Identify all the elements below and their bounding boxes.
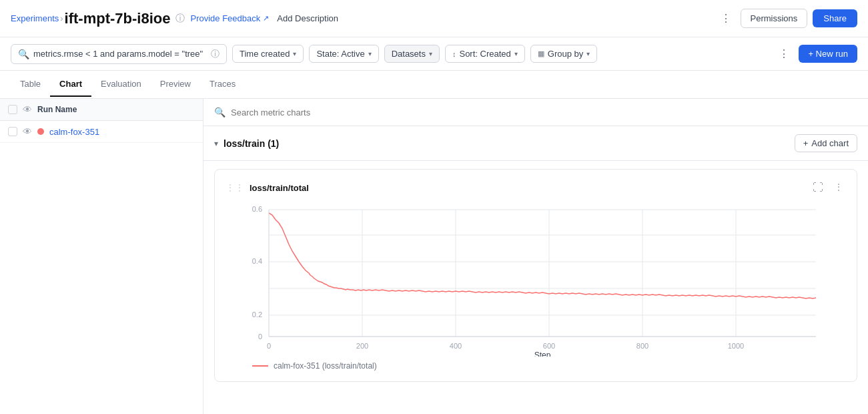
time-created-filter[interactable]: Time created ▾ [232, 45, 304, 63]
svg-text:0.4: 0.4 [252, 257, 262, 265]
info-icon[interactable]: ⓘ [175, 13, 185, 25]
chart-legend: calm-fox-351 (loss/train/total) [226, 361, 846, 371]
drag-handle-icon[interactable]: ⋮⋮ [226, 182, 244, 193]
chart-card-header: ⋮⋮ loss/train/total ⛶ ⋮ [226, 180, 846, 195]
add-chart-button[interactable]: + Add chart [795, 134, 857, 152]
collapse-icon[interactable]: ▾ [214, 139, 218, 148]
breadcrumb-separator: › [60, 13, 63, 23]
run-name-link[interactable]: calm-fox-351 [49, 127, 99, 137]
sort-icon: ↕ [452, 50, 456, 58]
chevron-down-icon: ▾ [429, 50, 432, 57]
section-title: loss/train (1) [224, 138, 279, 149]
share-button[interactable]: Share [813, 9, 857, 27]
chart-search-box[interactable]: 🔍 [203, 99, 868, 126]
row-checkbox[interactable] [8, 127, 17, 136]
tab-chart[interactable]: Chart [50, 72, 91, 97]
chart-section-header: ▾ loss/train (1) + Add chart [203, 126, 868, 161]
legend-line [252, 365, 268, 367]
main-layout: 👁 Run Name 👁 calm-fox-351 🔍 ▾ loss/train… [0, 99, 868, 414]
chart-svg-container: 0.6 0.4 0.2 0 0 200 400 600 800 1000 [226, 203, 846, 371]
header-actions: ⋮ Permissions Share [717, 9, 858, 28]
sort-label: Sort: Created [459, 49, 510, 59]
legend-label: calm-fox-351 (loss/train/total) [274, 361, 377, 371]
toolbar-more-icon[interactable]: ⋮ [775, 45, 793, 63]
project-title: ift-mpt-7b-i8ioe [65, 10, 171, 27]
chart-card: ⋮⋮ loss/train/total ⛶ ⋮ [214, 169, 857, 382]
expand-icon[interactable]: ⛶ [810, 180, 826, 195]
provide-feedback-label: Provide Feedback [190, 13, 260, 23]
datasets-label: Datasets [392, 49, 426, 59]
tabs-bar: Table Chart Evaluation Preview Traces [0, 71, 868, 99]
right-panel: 🔍 ▾ loss/train (1) + Add chart ⋮⋮ loss/t… [203, 99, 868, 414]
chart-search-input[interactable] [231, 108, 857, 118]
top-header: Experiments › ift-mpt-7b-i8ioe ⓘ Provide… [0, 0, 868, 37]
svg-text:600: 600 [543, 342, 555, 350]
add-description-button[interactable]: Add Description [277, 13, 338, 23]
run-table-header: 👁 Run Name [0, 99, 203, 121]
tab-evaluation[interactable]: Evaluation [91, 72, 151, 97]
group-icon: ▦ [538, 49, 544, 58]
svg-text:0.2: 0.2 [252, 310, 262, 319]
left-panel: 👁 Run Name 👁 calm-fox-351 [0, 99, 203, 414]
chevron-down-icon: ▾ [293, 50, 296, 57]
toolbar-right: ⋮ + New run [775, 45, 857, 63]
breadcrumb-link[interactable]: Experiments [11, 13, 59, 23]
header-more-icon[interactable]: ⋮ [717, 9, 735, 27]
svg-text:0.6: 0.6 [252, 205, 262, 213]
state-label: State: Active [316, 49, 364, 59]
time-created-label: Time created [240, 49, 290, 59]
chevron-down-icon: ▾ [586, 50, 590, 57]
chart-more-icon[interactable]: ⋮ [831, 180, 846, 195]
search-info-icon[interactable]: ⓘ [211, 48, 220, 60]
run-status-dot [37, 128, 44, 135]
chevron-down-icon: ▾ [368, 50, 372, 57]
run-name-column-header: Run Name [37, 105, 77, 114]
external-link-icon: ↗ [263, 14, 269, 23]
tab-table[interactable]: Table [11, 72, 50, 97]
chevron-down-icon: ▾ [514, 50, 518, 57]
group-by-label: Group by [548, 49, 583, 59]
svg-text:800: 800 [636, 342, 648, 350]
datasets-filter[interactable]: Datasets ▾ [384, 45, 440, 63]
sort-filter[interactable]: ↕ Sort: Created ▾ [445, 45, 525, 63]
table-row[interactable]: 👁 calm-fox-351 [0, 121, 203, 143]
row-eye-icon[interactable]: 👁 [23, 126, 32, 137]
toolbar: 🔍 ⓘ Time created ▾ State: Active ▾ Datas… [0, 37, 868, 71]
group-by-filter[interactable]: ▦ Group by ▾ [530, 45, 597, 63]
svg-text:400: 400 [450, 342, 462, 350]
chart-search-icon: 🔍 [214, 107, 226, 118]
svg-text:200: 200 [356, 342, 368, 350]
provide-feedback-link[interactable]: Provide Feedback ↗ [190, 13, 269, 23]
search-box[interactable]: 🔍 ⓘ [11, 44, 227, 64]
search-input[interactable] [33, 49, 207, 59]
chart-svg: 0.6 0.4 0.2 0 0 200 400 600 800 1000 [226, 203, 846, 357]
new-run-button[interactable]: + New run [799, 45, 857, 63]
state-filter[interactable]: State: Active ▾ [309, 45, 378, 63]
svg-text:1000: 1000 [728, 342, 744, 350]
header-eye-icon[interactable]: 👁 [23, 104, 32, 115]
chart-actions: ⛶ ⋮ [810, 180, 846, 195]
svg-text:0: 0 [258, 333, 262, 341]
tab-preview[interactable]: Preview [151, 72, 200, 97]
svg-text:Step: Step [534, 351, 551, 357]
search-icon: 🔍 [18, 49, 29, 59]
permissions-button[interactable]: Permissions [741, 9, 808, 28]
chart-title: loss/train/total [250, 183, 309, 193]
header-checkbox[interactable] [8, 105, 17, 114]
tab-traces[interactable]: Traces [200, 72, 245, 97]
add-chart-label: Add chart [811, 138, 849, 148]
svg-text:0: 0 [267, 342, 271, 350]
plus-icon: + [803, 138, 809, 148]
